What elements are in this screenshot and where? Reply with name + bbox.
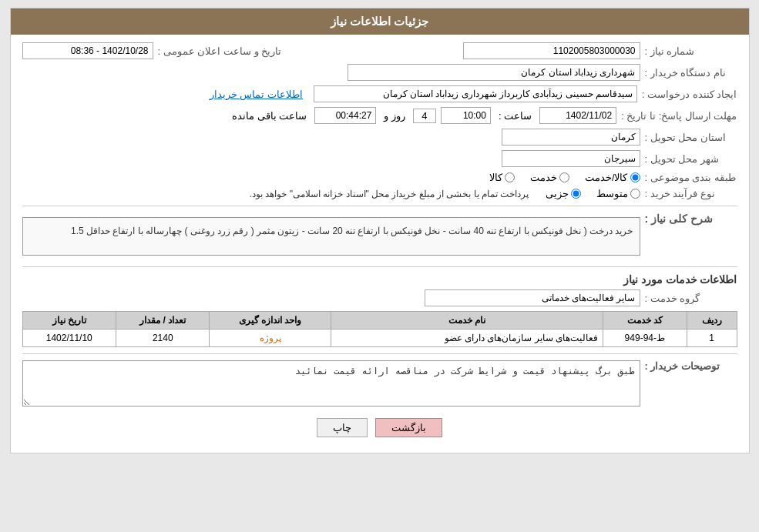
- radio-kala-label: کالا: [489, 172, 502, 183]
- tosifat-container: [22, 360, 640, 409]
- farayand-radio-group: متوسط جزیی: [546, 188, 640, 199]
- cell-tedad: 2140: [116, 330, 210, 347]
- divider-2: [22, 266, 737, 267]
- farayand-row: نوع فرآیند خرید : متوسط جزیی پرداخت تمام…: [22, 188, 737, 199]
- farayand-description: پرداخت تمام یا بخشی از مبلغ خریداز محل "…: [250, 189, 529, 199]
- radio-khedmat-item[interactable]: خدمت: [530, 172, 569, 183]
- page-header: جزئیات اطلاعات نیاز: [11, 8, 749, 35]
- radio-motavaset-item[interactable]: متوسط: [596, 188, 640, 199]
- shomara-niaz-label: شماره نیاز :: [645, 45, 737, 57]
- radio-khedmat-label: خدمت: [530, 172, 557, 183]
- radio-kala[interactable]: [505, 172, 515, 182]
- radio-jozee-item[interactable]: جزیی: [546, 188, 581, 199]
- cell-nam: فعالیت‌های سایر سازمان‌های دارای عضو: [331, 330, 603, 347]
- col-vahed: واحد اندازه گیری: [210, 312, 331, 330]
- shahr-tahvil-input[interactable]: [502, 150, 640, 167]
- radio-kala-khedmat-item[interactable]: کالا/خدمت: [585, 172, 640, 183]
- mohlat-row: مهلت ارسال پاسخ: تا تاریخ : ساعت : 4 روز…: [22, 107, 737, 124]
- tabaghe-radio-group: کالا/خدمت خدمت کالا: [489, 172, 640, 183]
- print-button[interactable]: چاپ: [317, 418, 368, 437]
- ettelaat-tamas-link[interactable]: اطلاعات تماس خریدار: [210, 89, 303, 100]
- shahr-tahvil-row: شهر محل تحویل :: [22, 150, 737, 167]
- col-kod: کد خدمت: [603, 312, 687, 330]
- tosifat-label: توصیحات خریدار :: [645, 360, 737, 372]
- gorooh-row: گروه خدمت :: [22, 289, 737, 306]
- bottom-buttons: بازگشت چاپ: [22, 418, 737, 437]
- content-area: شماره نیاز : تاریخ و ساعت اعلان عمومی : …: [11, 35, 749, 453]
- mohlat-roz-label: روز و: [384, 110, 405, 122]
- col-nam: نام خدمت: [331, 312, 603, 330]
- mohlat-time-label: ساعت :: [499, 110, 532, 122]
- mohlat-baqi-label: ساعت باقی مانده: [232, 110, 307, 122]
- col-tarikh: تاریخ نیاز: [22, 312, 116, 330]
- tosifat-textarea[interactable]: [22, 360, 640, 407]
- sharh-row: شرح کلی نیاز : خرید درخت ( نخل فونیکس با…: [22, 212, 737, 260]
- page-title: جزئیات اطلاعات نیاز: [331, 15, 428, 28]
- table-header-row: ردیف کد خدمت نام خدمت واحد اندازه گیری ت…: [22, 312, 737, 330]
- nam-dastgah-label: نام دستگاه خریدار :: [645, 67, 737, 79]
- nam-dastgah-input[interactable]: [348, 64, 640, 81]
- mohlat-time-input[interactable]: [441, 107, 491, 124]
- gorooh-label: گروه خدمت :: [645, 293, 737, 304]
- radio-kala-khedmat-label: کالا/خدمت: [585, 172, 628, 183]
- nam-dastgah-row: نام دستگاه خریدار :: [22, 64, 737, 81]
- shahr-tahvil-label: شهر محل تحویل :: [645, 153, 737, 165]
- divider-1: [22, 206, 737, 206]
- khadamat-section-title: اطلاعات خدمات مورد نیاز: [22, 273, 737, 286]
- tarikh-label: تاریخ و ساعت اعلان عمومی :: [158, 45, 282, 57]
- divider-3: [22, 353, 737, 354]
- sharh-label: شرح کلی نیاز :: [645, 212, 737, 225]
- radio-kala-khedmat[interactable]: [630, 172, 640, 182]
- ijad-konande-row: ایجاد کننده درخواست : اطلاعات تماس خریدا…: [22, 85, 737, 102]
- col-tedad: تعداد / مقدار: [116, 312, 210, 330]
- cell-vahed: پروژه: [210, 330, 331, 347]
- tarikh-input[interactable]: [22, 42, 153, 59]
- mohlat-baqi-input[interactable]: [314, 107, 376, 124]
- shomara-niaz-input[interactable]: [463, 42, 640, 59]
- cell-kod: ط-94-949: [603, 330, 687, 347]
- radio-motavaset[interactable]: [630, 189, 640, 199]
- mohlat-label: مهلت ارسال پاسخ: تا تاریخ :: [621, 110, 737, 122]
- sharh-text: خرید درخت ( نخل فونیکس با ارتفاع تنه 40 …: [71, 226, 633, 236]
- services-table: ردیف کد خدمت نام خدمت واحد اندازه گیری ت…: [22, 311, 737, 347]
- ostan-tahvil-row: استان محل تحویل :: [22, 129, 737, 146]
- mohlat-date-input[interactable]: [539, 107, 616, 124]
- back-button[interactable]: بازگشت: [375, 418, 442, 437]
- shomara-niaz-row: شماره نیاز : تاریخ و ساعت اعلان عمومی :: [22, 42, 737, 59]
- radio-motavaset-label: متوسط: [596, 188, 628, 199]
- radio-jozee-label: جزیی: [546, 188, 569, 199]
- sharh-box: خرید درخت ( نخل فونیکس با ارتفاع تنه 40 …: [22, 217, 640, 256]
- gorooh-input[interactable]: [425, 289, 640, 306]
- radio-kala-item[interactable]: کالا: [489, 172, 515, 183]
- cell-radif: 1: [687, 330, 737, 347]
- farayand-label: نوع فرآیند خرید :: [645, 188, 737, 199]
- table-row: 1 ط-94-949 فعالیت‌های سایر سازمان‌های دا…: [22, 330, 737, 347]
- col-radif: ردیف: [687, 312, 737, 330]
- tabaghe-label: طبقه بندی موضوعی :: [645, 172, 737, 183]
- radio-khedmat[interactable]: [559, 172, 569, 182]
- cell-tarikh: 1402/11/10: [22, 330, 116, 347]
- ijad-konande-input[interactable]: [314, 85, 637, 102]
- ostan-tahvil-label: استان محل تحویل :: [645, 132, 737, 143]
- mohlat-roz-val: 4: [413, 109, 436, 123]
- ostan-tahvil-input[interactable]: [502, 129, 640, 146]
- tabaghe-row: طبقه بندی موضوعی : کالا/خدمت خدمت کالا: [22, 172, 737, 183]
- radio-jozee[interactable]: [571, 189, 581, 199]
- tosifat-row: توصیحات خریدار :: [22, 360, 737, 409]
- ijad-konande-label: ایجاد کننده درخواست :: [642, 89, 737, 100]
- main-container: جزئیات اطلاعات نیاز شماره نیاز : تاریخ و…: [10, 8, 750, 453]
